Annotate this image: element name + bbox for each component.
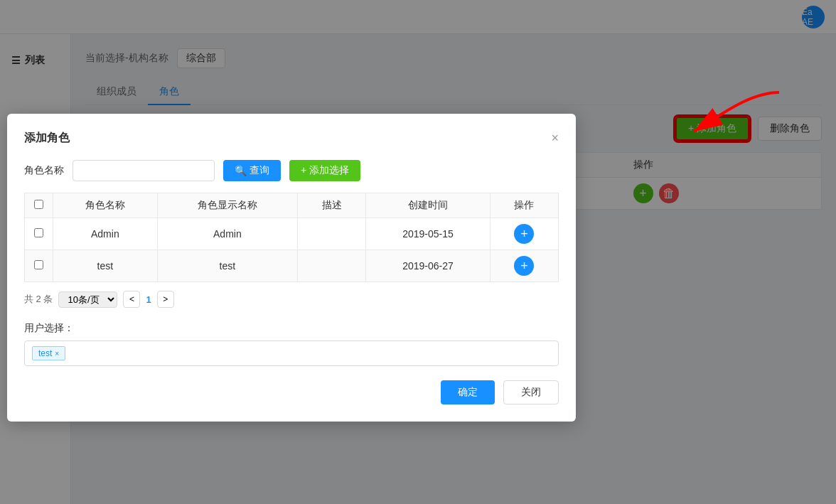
- search-row: 角色名称 🔍 查询 + 添加选择: [24, 160, 559, 181]
- prev-page-button[interactable]: <: [123, 291, 140, 308]
- total-count: 共 2 条: [24, 293, 53, 306]
- search-label: 角色名称: [24, 164, 64, 177]
- next-page-button[interactable]: >: [157, 291, 174, 308]
- role-table-header: 角色名称 角色显示名称 描述 创建时间 操作: [25, 193, 559, 218]
- td-created-1: 2019-05-15: [366, 218, 491, 250]
- add-role-row-button-2[interactable]: +: [514, 256, 534, 276]
- td-created-2: 2019-06-27: [366, 250, 491, 282]
- th-created-time: 创建时间: [366, 193, 491, 218]
- user-select-label: 用户选择：: [24, 322, 559, 335]
- user-tag-test: test ×: [32, 346, 65, 360]
- row-checkbox-2[interactable]: [34, 260, 43, 269]
- page-size-select[interactable]: 10条/页 20条/页: [58, 291, 117, 308]
- th-role-name: 角色名称: [53, 193, 158, 218]
- th-checkbox: [25, 193, 53, 218]
- confirm-button[interactable]: 确定: [441, 380, 495, 404]
- td-desc-1: [298, 218, 366, 250]
- table-row: test test 2019-06-27 +: [25, 250, 559, 282]
- role-name-input[interactable]: [73, 160, 215, 181]
- dialog-close-button[interactable]: ×: [551, 131, 559, 146]
- td-role-name-1: Admin: [53, 218, 158, 250]
- user-tag-close[interactable]: ×: [55, 350, 59, 358]
- user-select-box: test ×: [24, 341, 559, 366]
- dialog-title-bar: 添加角色 ×: [24, 131, 559, 146]
- pagination: 共 2 条 10条/页 20条/页 < 1 >: [24, 291, 559, 308]
- current-page: 1: [146, 294, 151, 305]
- add-role-dialog: 添加角色 × 角色名称 🔍 查询 + 添加选择 角色名称 角色显示名称 描述 创…: [7, 114, 576, 422]
- td-checkbox: [25, 218, 53, 250]
- select-all-checkbox[interactable]: [34, 200, 43, 209]
- td-desc-2: [298, 250, 366, 282]
- close-dialog-button[interactable]: 关闭: [503, 380, 559, 404]
- dialog-title: 添加角色: [24, 131, 70, 146]
- td-action-1: +: [490, 218, 558, 250]
- td-role-name-2: test: [53, 250, 158, 282]
- query-button[interactable]: 🔍 查询: [223, 160, 281, 181]
- th-role-display: 角色显示名称: [157, 193, 297, 218]
- th-operation: 操作: [490, 193, 558, 218]
- td-checkbox-2: [25, 250, 53, 282]
- th-desc: 描述: [298, 193, 366, 218]
- td-role-display-2: test: [157, 250, 297, 282]
- add-role-row-button-1[interactable]: +: [514, 224, 534, 244]
- row-checkbox-1[interactable]: [34, 228, 43, 237]
- dialog-footer: 确定 关闭: [24, 380, 559, 404]
- td-role-display-1: Admin: [157, 218, 297, 250]
- td-action-2: +: [490, 250, 558, 282]
- table-row: Admin Admin 2019-05-15 +: [25, 218, 559, 250]
- role-table: 角色名称 角色显示名称 描述 创建时间 操作 Admin Admin 2019-…: [24, 193, 559, 282]
- user-select-section: 用户选择： test ×: [24, 322, 559, 366]
- add-select-button[interactable]: + 添加选择: [289, 160, 360, 181]
